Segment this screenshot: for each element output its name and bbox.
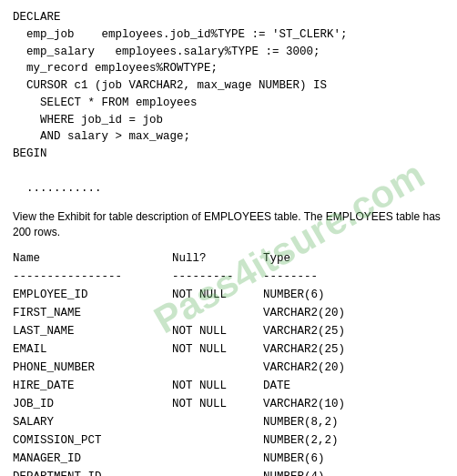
- table-row: JOB_IDNOT NULLVARCHAR2(10): [13, 395, 444, 413]
- cell-name: JOB_ID: [13, 395, 172, 413]
- description-text: View the Exhibit for table description o…: [13, 209, 444, 240]
- cell-null: [172, 450, 263, 468]
- cell-name: SALARY: [13, 413, 172, 431]
- cell-type: NUMBER(6): [263, 450, 400, 468]
- divider-name: ----------------: [13, 268, 172, 286]
- cell-null: [172, 304, 263, 322]
- cell-type: NUMBER(4): [263, 468, 400, 476]
- cell-type: NUMBER(2,2): [263, 431, 400, 450]
- col-header-type: Type: [263, 249, 400, 268]
- cell-null: NOT NULL: [172, 395, 263, 413]
- cell-name: EMPLOYEE_ID: [13, 286, 172, 304]
- table-row: COMISSION_PCTNUMBER(2,2): [13, 431, 444, 450]
- cell-name: LAST_NAME: [13, 322, 172, 340]
- cell-name: FIRST_NAME: [13, 304, 172, 322]
- cell-type: VARCHAR2(25): [263, 340, 400, 359]
- table-row: LAST_NAMENOT NULLVARCHAR2(25): [13, 322, 444, 340]
- table-row: PHONE_NUMBERVARCHAR2(20): [13, 359, 444, 377]
- table-row: MANAGER_IDNUMBER(6): [13, 450, 444, 468]
- divider-null: ---------: [172, 268, 263, 286]
- cell-null: NOT NULL: [172, 286, 263, 304]
- employees-table: Name Null? Type ---------------- -------…: [13, 249, 444, 476]
- cell-null: NOT NULL: [172, 322, 263, 340]
- cell-name: PHONE_NUMBER: [13, 359, 172, 377]
- divider-type: --------: [263, 268, 400, 286]
- cell-type: DATE: [263, 377, 400, 395]
- cell-name: DEPARTMENT_ID: [13, 468, 172, 476]
- cell-type: NUMBER(8,2): [263, 413, 400, 431]
- table-header: Name Null? Type: [13, 249, 444, 268]
- cell-type: VARCHAR2(20): [263, 304, 400, 322]
- table-row: SALARYNUMBER(8,2): [13, 413, 444, 431]
- cell-null: [172, 413, 263, 431]
- cell-name: HIRE_DATE: [13, 377, 172, 395]
- cell-null: NOT NULL: [172, 340, 263, 359]
- cell-type: VARCHAR2(10): [263, 395, 400, 413]
- code-block: DECLARE emp_job employees.job_id%TYPE :=…: [13, 9, 444, 197]
- cell-null: [172, 359, 263, 377]
- col-header-name: Name: [13, 249, 172, 268]
- col-header-null: Null?: [172, 249, 263, 268]
- cell-null: [172, 431, 263, 450]
- cell-name: EMAIL: [13, 340, 172, 359]
- cell-null: [172, 468, 263, 476]
- cell-type: NUMBER(6): [263, 286, 400, 304]
- table-row: EMAILNOT NULLVARCHAR2(25): [13, 340, 444, 359]
- cell-name: COMISSION_PCT: [13, 431, 172, 450]
- cell-null: NOT NULL: [172, 377, 263, 395]
- table-divider: ---------------- --------- --------: [13, 268, 444, 286]
- table-row: DEPARTMENT_IDNUMBER(4): [13, 468, 444, 476]
- table-row: EMPLOYEE_IDNOT NULLNUMBER(6): [13, 286, 444, 304]
- table-row: HIRE_DATENOT NULLDATE: [13, 377, 444, 395]
- table-row: FIRST_NAMEVARCHAR2(20): [13, 304, 444, 322]
- cell-name: MANAGER_ID: [13, 450, 172, 468]
- cell-type: VARCHAR2(25): [263, 322, 400, 340]
- cell-type: VARCHAR2(20): [263, 359, 400, 377]
